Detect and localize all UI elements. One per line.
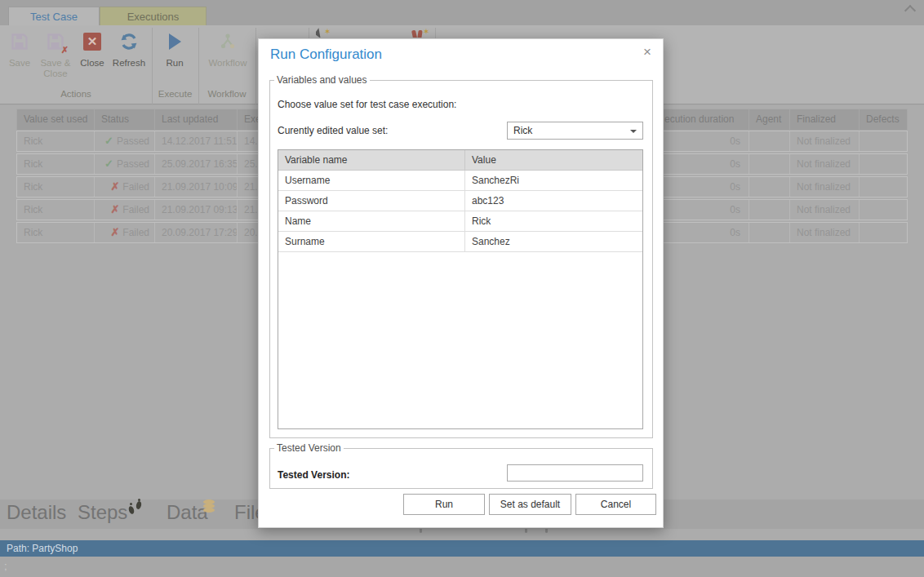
tested-version-legend: Tested Version (274, 442, 344, 454)
col-execution-duration-fragment: ecution duration (664, 109, 734, 130)
run-play-icon (169, 29, 181, 54)
variable-value-cell[interactable]: SanchezRi (465, 171, 642, 190)
cell-finalized: Not finalized (790, 131, 860, 151)
status-label: Failed (122, 177, 149, 197)
workflow-button-label: Workflow (208, 58, 247, 69)
dialog-run-button[interactable]: Run (403, 494, 485, 515)
cell-defects (860, 177, 906, 197)
clipped-text-descender (525, 529, 527, 533)
variables-table: Variable name Value Username SanchezRi P… (278, 149, 643, 429)
cell-last-updated: 21.09.2017 10:09 (155, 177, 238, 197)
tab-test-case[interactable]: Test Case (8, 7, 100, 25)
cell-defects (860, 200, 906, 220)
status-label: Passed (117, 131, 149, 151)
dialog-close-icon[interactable]: × (639, 44, 655, 60)
workflow-button[interactable]: Workflow (202, 29, 253, 69)
value-set-dropdown[interactable]: Rick (507, 122, 643, 140)
footer-area: ; (0, 557, 924, 577)
cell-last-updated: 20.09.2017 17:29 (155, 223, 238, 242)
cell-last-updated: 21.09.2017 09:13 (155, 200, 238, 220)
col-agent[interactable]: Agent (749, 109, 790, 130)
col-defects[interactable]: Defects (860, 109, 906, 130)
save-icon (10, 29, 29, 54)
run-configuration-dialog: Run Configuration × Variables and values… (258, 38, 664, 528)
variable-name-cell: Name (278, 211, 465, 231)
variable-name-cell: Surname (278, 232, 465, 251)
chevron-down-icon (630, 130, 637, 133)
group-label-execute: Execute (152, 89, 198, 99)
tab-steps[interactable]: Steps (78, 501, 127, 524)
cell-value-set: Rick (17, 223, 95, 242)
hidden-run-with-icon: ✶ (316, 28, 332, 38)
variable-row[interactable]: Name Rick (278, 211, 642, 232)
value-set-dropdown-value: Rick (513, 125, 532, 136)
cell-duration: 0s (730, 131, 740, 151)
col-variable-value: Value (465, 150, 642, 170)
cell-duration: 0s (730, 177, 740, 197)
status-label: Passed (117, 154, 149, 174)
cancel-button[interactable]: Cancel (575, 494, 656, 515)
cell-duration: 0s (730, 154, 740, 174)
hidden-debug-icon: ✶ (411, 28, 432, 38)
cross-icon: ✗ (110, 177, 119, 197)
variable-row[interactable]: Username SanchezRi (278, 171, 642, 191)
check-icon: ✓ (104, 131, 113, 151)
save-close-icon: ✗ (46, 29, 65, 54)
run-button[interactable]: Run (157, 29, 193, 69)
tab-details[interactable]: Details (7, 501, 66, 524)
variable-value-cell[interactable]: abc123 (465, 191, 642, 211)
small-x-badge-icon: ✗ (61, 45, 69, 55)
cell-defects (860, 131, 906, 151)
cell-defects (860, 223, 906, 242)
col-status[interactable]: Status (95, 109, 155, 130)
col-last-updated[interactable]: Last updated (155, 109, 238, 130)
footprints-icon (128, 500, 144, 515)
close-button-label: Close (80, 58, 104, 69)
tab-executions[interactable]: Executions (100, 7, 207, 25)
cell-value-set: Rick (17, 154, 95, 174)
cell-value-set: Rick (17, 177, 95, 197)
cell-status: ✗ Failed (95, 177, 155, 197)
run-button-label: Run (166, 58, 183, 69)
save-and-close-button[interactable]: ✗ Save & Close (37, 29, 74, 79)
cell-duration: 0s (730, 200, 740, 220)
close-icon: ✕ (83, 29, 101, 54)
variables-table-header: Variable name Value (278, 150, 642, 171)
cell-status: ✓ Passed (95, 131, 155, 151)
close-button[interactable]: ✕ Close (77, 29, 108, 69)
variables-and-values-group: Variables and values Choose value set fo… (269, 74, 653, 438)
tab-data[interactable]: Data (167, 501, 208, 524)
cell-status: ✗ Failed (95, 223, 155, 242)
variable-row[interactable]: Surname Sanchez (278, 232, 642, 252)
refresh-button[interactable]: Refresh (108, 29, 150, 69)
variable-row[interactable]: Password abc123 (278, 191, 642, 211)
refresh-button-label: Refresh (113, 58, 145, 69)
cell-status: ✗ Failed (95, 200, 155, 220)
cell-agent (749, 223, 790, 242)
col-value-set-used[interactable]: Value set used (17, 109, 95, 130)
ribbon-tab-strip: Test Case Executions (0, 0, 924, 25)
cell-duration: 0s (730, 223, 740, 242)
cell-finalized: Not finalized (790, 177, 860, 197)
col-finalized[interactable]: Finalized (790, 109, 860, 130)
set-as-default-button[interactable]: Set as default (489, 494, 571, 515)
col-variable-name: Variable name (278, 150, 465, 170)
variable-value-cell[interactable]: Rick (465, 211, 642, 231)
variable-name-cell: Password (278, 191, 465, 211)
status-label: Failed (122, 200, 149, 220)
path-bar: Path: PartyShop (0, 540, 924, 557)
cell-finalized: Not finalized (790, 200, 860, 220)
refresh-icon (119, 29, 139, 54)
cell-finalized: Not finalized (790, 223, 860, 242)
variables-group-legend: Variables and values (274, 74, 370, 86)
variable-value-cell[interactable]: Sanchez (465, 232, 642, 251)
cell-value-set: Rick (17, 131, 95, 151)
cell-status: ✓ Passed (95, 154, 155, 174)
cell-last-updated: 14.12.2017 11:51 (155, 131, 238, 151)
save-and-close-button-label: Save & Close (37, 58, 74, 79)
cross-icon: ✗ (110, 200, 119, 220)
cell-last-updated: 25.09.2017 16:35 (155, 154, 238, 174)
tested-version-input[interactable] (507, 464, 643, 482)
save-button[interactable]: Save (3, 29, 36, 69)
dialog-title: Run Configuration (270, 47, 382, 63)
